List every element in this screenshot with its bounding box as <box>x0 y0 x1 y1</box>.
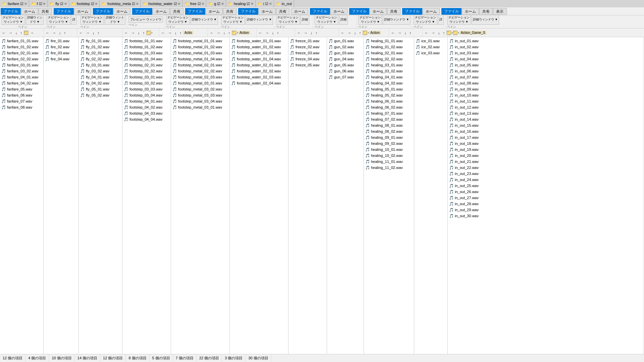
list-item[interactable]: 🎵fanfare_04_02.wav <box>0 80 43 86</box>
list-item[interactable]: 🎵footstep_01_01.wav <box>122 38 171 44</box>
list-item[interactable]: 🎵fanfare_04_01.wav <box>0 74 43 80</box>
list-item[interactable]: 🎵healing_07_02.wav <box>364 116 414 122</box>
home-tab-6[interactable]: ホーム <box>259 8 276 15</box>
list-item[interactable]: 🎵footstep_metal_01_01.wav <box>171 38 229 44</box>
share-tab-1[interactable]: 共有 <box>39 8 52 15</box>
share-tab-9[interactable]: 共有 <box>387 8 400 15</box>
file-tab-5[interactable]: ファイル <box>185 8 205 15</box>
list-item[interactable]: 🎵footstep_metal_01_02.wav <box>171 44 229 50</box>
list-item[interactable]: 🎵fanfare_08.wav <box>0 104 43 110</box>
list-item[interactable]: 🎵healing_09_01.wav <box>364 134 414 140</box>
detail-window-btn-8[interactable]: 詳細 <box>339 15 348 25</box>
back-btn-9[interactable]: ← <box>339 29 346 37</box>
list-item[interactable]: 🎵gun_03.wav <box>327 50 364 56</box>
list-item[interactable]: 🎵footstep_water_01_01.wav <box>230 38 288 44</box>
up-btn-11[interactable]: ↑ <box>442 29 446 37</box>
list-item[interactable]: 🎵footstep_metal_03_01.wav <box>171 80 229 86</box>
down-btn-1[interactable]: ↓ <box>14 29 19 37</box>
file-tab-8[interactable]: ファイル <box>310 8 330 15</box>
down-btn-4[interactable]: ↓ <box>137 29 141 37</box>
list-item[interactable]: 🎵footstep_water_02_01.wav <box>230 62 288 68</box>
list-item[interactable]: 🎵footstep_02_01.wav <box>122 62 171 68</box>
list-item[interactable]: 🎵in_out_25.wav <box>448 183 644 189</box>
list-item[interactable]: 🎵in_out_14.wav <box>448 116 644 122</box>
list-item[interactable]: 🎵freeze_01.wav <box>288 38 327 44</box>
list-item[interactable]: 🎵footstep_water_01_04.wav <box>230 56 288 62</box>
list-item[interactable]: 🎵healing_06_01.wav <box>364 98 414 104</box>
list-item[interactable]: 🎵footstep_metal_03_03.wav <box>171 92 229 98</box>
tab-in-out[interactable]: 📁 in_out <box>274 0 294 7</box>
home-tab-1[interactable]: ホーム <box>21 8 38 15</box>
up-btn-8[interactable]: ↑ <box>314 29 319 37</box>
fwd-btn-11[interactable]: → <box>430 29 436 37</box>
list-item[interactable]: 🎵healing_04_01.wav <box>364 74 414 80</box>
list-item[interactable]: 🎵healing_10_01.wav <box>364 146 414 153</box>
nav-window-btn-1[interactable]: ナビゲーションウィンドウ ▼ <box>1 15 25 25</box>
list-item[interactable]: 🎵fanfare_07.wav <box>0 98 43 104</box>
list-item[interactable]: 🎵freeze_02.wav <box>288 44 327 50</box>
share-tab-6[interactable]: 共有 <box>276 8 289 15</box>
list-item[interactable]: 🎵fly_03_01.wav <box>79 62 122 68</box>
fwd-btn-8[interactable]: → <box>303 29 309 37</box>
list-item[interactable]: 🎵fly_01_02.wav <box>79 44 122 50</box>
list-item[interactable]: 🎵healing_04_02.wav <box>364 80 414 86</box>
nav-window-btn-10[interactable]: ナビゲーションウィンドウ ▼ <box>414 15 437 25</box>
list-item[interactable]: 🎵fire_02.wav <box>44 44 78 50</box>
down-btn-5[interactable]: ↓ <box>173 29 178 37</box>
up-btn-5[interactable]: ↑ <box>178 29 183 37</box>
down-btn-9[interactable]: ↓ <box>353 29 358 37</box>
up-btn-3[interactable]: ↑ <box>96 29 101 37</box>
list-item[interactable]: 🎵footstep_metal_01_03.wav <box>171 50 229 56</box>
home-tab-8[interactable]: ホーム <box>330 8 347 15</box>
list-item[interactable]: 🎵fly_03_02.wav <box>79 68 122 74</box>
list-item[interactable]: 🎵in_out_05.wav <box>448 62 644 68</box>
list-item[interactable]: 🎵footstep_metal_02_02.wav <box>171 68 229 74</box>
list-item[interactable]: 🎵fly_05_02.wav <box>79 92 122 98</box>
list-item[interactable]: 🎵fire_01.wav <box>44 38 78 44</box>
fwd-btn-4[interactable]: → <box>130 29 136 37</box>
list-item[interactable]: 🎵healing_02_01.wav <box>364 50 414 56</box>
list-item[interactable]: 🎵in_out_11.wav <box>448 98 644 104</box>
detail-window-btn-9[interactable]: 詳細ウィンドウ ▼ <box>383 15 410 25</box>
share-tab-5[interactable]: 共有 <box>223 8 236 15</box>
detail-window-btn-5[interactable]: 詳細ウィンドウ ▼ <box>191 15 218 25</box>
list-item[interactable]: 🎵footstep_metal_02_01.wav <box>171 62 229 68</box>
list-item[interactable]: 🎵healing_02_02.wav <box>364 56 414 62</box>
list-item[interactable]: 🎵fly_04_01.wav <box>79 74 122 80</box>
list-item[interactable]: 🎵in_out_01.wav <box>448 38 644 44</box>
back-btn-2[interactable]: ← <box>44 29 51 37</box>
list-item[interactable]: 🎵in_out_23.wav <box>448 171 644 177</box>
fwd-btn-6[interactable]: → <box>215 29 222 37</box>
fwd-btn-10[interactable]: → <box>396 29 403 37</box>
back-btn-10[interactable]: ← <box>390 29 396 37</box>
list-item[interactable]: 🎵ice_01.wav <box>414 38 447 44</box>
list-item[interactable]: 🎵in_out_19.wav <box>448 146 644 153</box>
list-item[interactable]: 🎵fly_01_01.wav <box>79 38 122 44</box>
down-btn-7[interactable]: ↓ <box>271 29 275 37</box>
detail-window-btn-3[interactable]: 詳細ウィントドウ ▼ <box>105 15 125 25</box>
list-item[interactable]: 🎵fly_04_02.wav <box>79 80 122 86</box>
back-btn-5[interactable]: ← <box>160 29 166 37</box>
fwd-btn-9[interactable]: → <box>346 29 353 37</box>
list-item[interactable]: 🎵footstep_04_01.wav <box>122 98 171 104</box>
fwd-btn-3[interactable]: → <box>85 29 91 37</box>
list-item[interactable]: 🎵footstep_metal_03_02.wav <box>171 86 229 92</box>
list-item[interactable]: 🎵in_out_21.wav <box>448 159 644 165</box>
list-item[interactable]: 🎵footstep_metal_01_04.wav <box>171 56 229 62</box>
nav-window-btn-7[interactable]: ナビゲーションウィンドウ ▼ <box>276 15 300 25</box>
file-tab-2[interactable]: ファイル <box>54 8 74 15</box>
list-item[interactable]: 🎵fanfare_05.wav <box>0 86 43 92</box>
nav-window-btn-5[interactable]: ナビゲーションウィンドウ ▼ <box>166 15 190 25</box>
detail-window-btn-7[interactable]: 詳細 <box>301 15 309 25</box>
list-item[interactable]: 🎵fanfare_01_02.wav <box>0 44 43 50</box>
list-item[interactable]: 🎵footstep_water_01_03.wav <box>230 50 288 56</box>
nav-window-btn-3[interactable]: ナビゲーションウィンドウ ▼ <box>80 15 104 25</box>
list-item[interactable]: 🎵footstep_04_04.wav <box>122 116 171 122</box>
list-item[interactable]: 🎵footstep_01_02.wav <box>122 44 171 50</box>
list-item[interactable]: 🎵in_out_30.wav <box>448 213 644 219</box>
back-btn-6[interactable]: ← <box>209 29 215 37</box>
fwd-btn-2[interactable]: → <box>51 29 57 37</box>
back-btn-4[interactable]: ← <box>123 29 129 37</box>
back-btn-11[interactable]: ← <box>423 29 430 37</box>
back-btn-8[interactable]: ← <box>296 29 302 37</box>
